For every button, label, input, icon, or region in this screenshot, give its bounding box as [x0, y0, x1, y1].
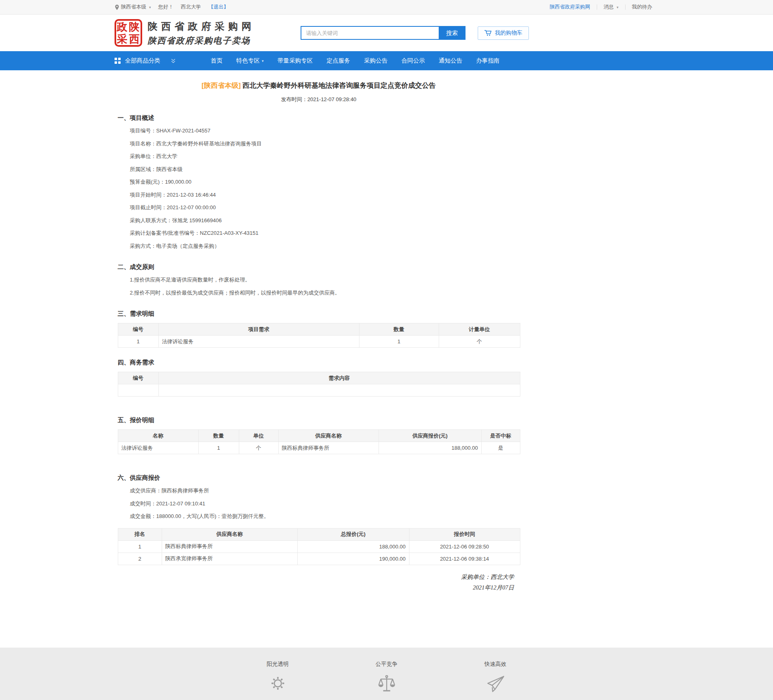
sun-icon: [262, 674, 294, 692]
col-header: 总报价(元): [297, 528, 409, 540]
messages-menu[interactable]: 消息 ▾: [597, 4, 625, 11]
col-header: 是否中标: [481, 430, 520, 442]
page-footer: 阳光透明 公平竞争: [0, 648, 773, 700]
principle-2: 2.报价不同时，以报价最低为成交供应商；报价相同时，以报价时间最早的为成交供应商…: [118, 286, 520, 299]
col-header: 编号: [118, 372, 158, 384]
field-method: 采购方式：电子卖场（定点服务采购）: [118, 240, 520, 253]
nav-item-notices[interactable]: 通知公告: [432, 51, 469, 70]
cell: 190,000.00: [297, 553, 409, 565]
table-header-row: 排名 供应商名称 总报价(元) 报价时间: [118, 528, 520, 540]
page-title: [陕西省本级]西北大学秦岭野外科研基地法律咨询服务项目定点竞价成交公告: [118, 81, 520, 90]
chevron-down-icon: ▾: [149, 5, 151, 9]
logo-char: 西: [129, 34, 140, 44]
cell: 2021-12-06 09:38:14: [409, 553, 520, 565]
brand-text: 陕西省政府采购网 陕西省政府采购电子卖场: [148, 20, 255, 46]
cell: 1: [118, 336, 158, 348]
cell: 个: [239, 442, 278, 454]
nav-item-featured-zone[interactable]: 特色专区 ▾: [230, 51, 271, 70]
cell: 个: [439, 336, 520, 348]
col-header: 需求内容: [158, 372, 520, 384]
nav-item-service-guide[interactable]: 办事指南: [469, 51, 507, 70]
col-header: 计量单位: [439, 323, 520, 336]
cell: 陕西标典律师事务所: [162, 540, 297, 553]
cell: 陕西标典律师事务所: [278, 442, 379, 454]
section-heading-demand: 三、需求明细: [118, 310, 520, 318]
table-row: 1 法律诉讼服务 1 个: [118, 336, 520, 348]
col-header: 项目需求: [158, 323, 359, 336]
table-row: 2 陕西承宽律师事务所 190,000.00 2021-12-06 09:38:…: [118, 553, 520, 565]
username-text: 西北大学: [181, 4, 201, 11]
nav-item-procurement-announcements[interactable]: 采购公告: [357, 51, 394, 70]
col-header: 编号: [118, 323, 158, 336]
cart-button[interactable]: 我的购物车: [478, 26, 529, 40]
nav-item-contract-publicity[interactable]: 合同公示: [394, 51, 432, 70]
logo-char: 陕: [129, 22, 140, 32]
col-header: 供应商名称: [278, 430, 379, 442]
cell: 2021-12-06 09:28:50: [409, 540, 520, 553]
site-logo[interactable]: 政 陕 采 西: [115, 19, 142, 47]
col-header: 供应商名称: [162, 528, 297, 540]
search-input[interactable]: [301, 26, 439, 40]
logout-link[interactable]: 【退出】: [208, 4, 229, 11]
gov-procurement-site-link[interactable]: 陕西省政府采购网: [543, 4, 597, 11]
supplier-quote-table: 排名 供应商名称 总报价(元) 报价时间 1 陕西标典律师事务所 188,000…: [118, 528, 520, 565]
field-deal-amount: 成交金额：188000.00，大写(人民币)：壹拾捌万捌仟元整。: [118, 510, 520, 523]
field-start-time: 项目开始时间：2021-12-03 16:46:44: [118, 189, 520, 202]
footer-label: 阳光透明: [262, 661, 294, 668]
section-heading-overview: 一、项目概述: [118, 114, 520, 122]
field-deal-time: 成交时间：2021-12-07 09:10:41: [118, 497, 520, 510]
col-header: 数量: [198, 430, 239, 442]
section-heading-supplier-quote: 六、供应商报价: [118, 474, 520, 482]
cell: 法律诉讼服务: [118, 442, 198, 454]
cell: 1: [198, 442, 239, 454]
principle-1: 1.报价供应商不足邀请供应商数量时，作废标处理。: [118, 273, 520, 286]
field-project-name: 项目名称：西北大学秦岭野外科研基地法律咨询服务项目: [118, 137, 520, 150]
chevron-down-icon: ▾: [617, 5, 619, 9]
footer-item-fair-competition: 公平竞争: [370, 661, 403, 693]
location-label: 陕西省本级: [121, 4, 147, 11]
search-button[interactable]: 搜索: [439, 26, 466, 40]
nav-item-home[interactable]: 首页: [204, 51, 230, 70]
demand-table: 编号 项目需求 数量 计量单位 1 法律诉讼服务 1 个: [118, 323, 520, 348]
table-header-row: 编号 需求内容: [118, 372, 520, 384]
signature-date: 2021年12月07日: [118, 582, 514, 593]
cell: [118, 384, 158, 397]
cell: 188,000.00: [297, 540, 409, 553]
section-heading-business: 四、商务需求: [118, 359, 520, 366]
logo-char: 政: [117, 22, 128, 32]
table-row: 1 陕西标典律师事务所 188,000.00 2021-12-06 09:28:…: [118, 540, 520, 553]
section-heading-principles: 二、成交原则: [118, 263, 520, 271]
cell: 2: [118, 553, 162, 565]
cart-icon: [484, 29, 492, 37]
main-nav: 全部商品分类 首页 特色专区 ▾ 带量采购专区 定点服务 采购公告 合同公示 通…: [0, 51, 773, 70]
cell: [158, 384, 520, 397]
region-tag: [陕西省本级]: [201, 82, 240, 89]
todo-link[interactable]: 我的待办: [626, 4, 659, 11]
cell: 1: [359, 336, 439, 348]
cell: 陕西承宽律师事务所: [162, 553, 297, 565]
col-header: 数量: [359, 323, 439, 336]
messages-label: 消息: [604, 4, 614, 11]
footer-label: 公平竞争: [370, 661, 403, 668]
section-heading-quote-detail: 五、报价明细: [118, 416, 520, 424]
nav-item-volume-purchase[interactable]: 带量采购专区: [271, 51, 320, 70]
field-purchase-unit: 采购单位：西北大学: [118, 150, 520, 163]
table-header-row: 名称 数量 单位 供应商名称 供应商报价(元) 是否中标: [118, 430, 520, 442]
field-budget: 预算金额(元)：190,000.00: [118, 176, 520, 189]
field-deadline: 项目截止时间：2021-12-07 00:00:00: [118, 201, 520, 214]
site-header: 政 陕 采 西 陕西省政府采购网 陕西省政府采购电子卖场 搜索 我的购物车: [0, 15, 773, 51]
footer-label: 快速高效: [479, 661, 512, 668]
footer-item-transparency: 阳光透明: [262, 661, 294, 693]
cell: 1: [118, 540, 162, 553]
brand-subtitle: 陕西省政府采购电子卖场: [148, 35, 255, 46]
location-selector[interactable]: 陕西省本级 ▾: [115, 4, 151, 11]
location-pin-icon: [115, 4, 119, 10]
field-winning-supplier: 成交供应商：陕西标典律师事务所: [118, 484, 520, 497]
table-header-row: 编号 项目需求 数量 计量单位: [118, 323, 520, 336]
nav-item-designated-service[interactable]: 定点服务: [320, 51, 357, 70]
paper-plane-icon: [479, 674, 512, 693]
col-header: 供应商报价(元): [379, 430, 481, 442]
all-categories-menu[interactable]: 全部商品分类: [115, 57, 190, 65]
brand-title: 陕西省政府采购网: [148, 20, 255, 33]
publish-time: 发布时间：2021-12-07 09:28:40: [118, 96, 520, 103]
